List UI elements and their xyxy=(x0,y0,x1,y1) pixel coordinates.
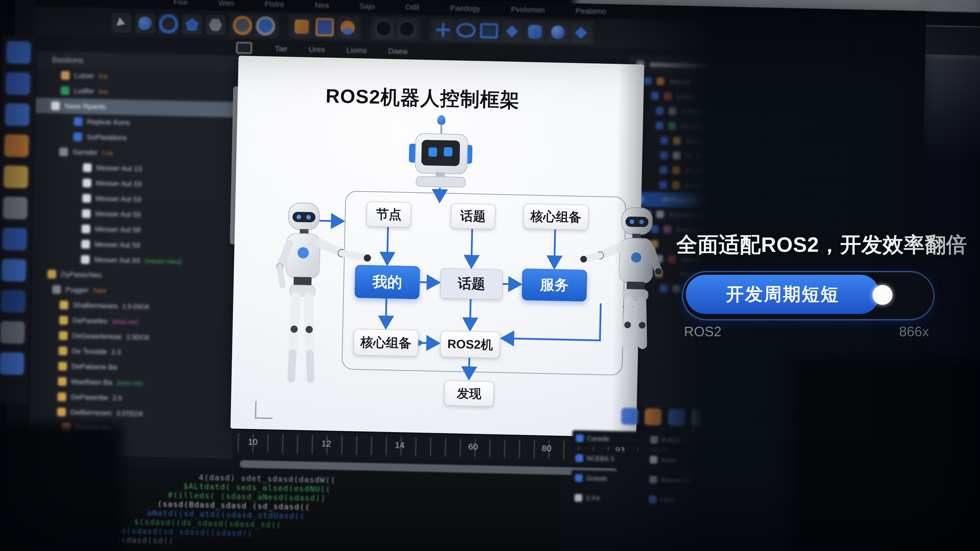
ellipse-tool-icon[interactable] xyxy=(456,20,476,41)
tree-row-value: 2.5 xyxy=(113,394,122,402)
viewport-tab[interactable]: Ures xyxy=(309,45,325,54)
menu-item[interactable]: Wen xyxy=(218,0,234,8)
tree-row-icon xyxy=(61,71,70,80)
toolbar-group-material xyxy=(288,14,361,40)
object-tree-rows: Lutser lna Ludfer lna Nase Rpants xyxy=(28,67,241,454)
tree-row-label: Messer Aut 55 xyxy=(95,210,141,219)
tree-row-label: DePalsene Ba xyxy=(72,362,118,372)
viewport-tab[interactable]: Tae xyxy=(275,44,287,53)
canvas-corner-mark xyxy=(255,401,273,419)
flow-node-mid-2[interactable]: 话题 xyxy=(440,268,503,300)
blue-blob-tool-icon[interactable] xyxy=(135,13,156,33)
tree-row-label: Messer Aut 33 xyxy=(96,179,142,188)
sphere-blue-tool-icon[interactable] xyxy=(548,22,568,43)
material-pie-icon[interactable] xyxy=(337,17,358,38)
strip-tool-icon[interactable] xyxy=(1,290,26,313)
tree-row-icon xyxy=(60,86,69,95)
rounded-tool-icon[interactable] xyxy=(525,22,545,42)
strip-tool-icon[interactable] xyxy=(5,103,30,126)
diamond2-tool-icon[interactable] xyxy=(571,23,591,43)
object-tree-panel: Bastions Lutser lna Ludfer lna xyxy=(28,51,241,459)
gray-hexagon-tool-icon[interactable] xyxy=(205,14,226,35)
tree-row-value: (ess/.ne) xyxy=(112,318,138,326)
render-gray-ring-icon[interactable] xyxy=(256,16,276,36)
flow-node-top-3[interactable]: 核心组备 xyxy=(523,203,589,230)
toolbar-group-view xyxy=(370,16,421,41)
tree-row-icon xyxy=(59,300,68,310)
flow-node-discovery[interactable]: 发现 xyxy=(444,380,494,407)
strip-tool-icon[interactable] xyxy=(2,227,27,251)
tree-row-icon xyxy=(74,117,83,126)
diamond-tool-icon[interactable] xyxy=(502,21,522,41)
rotate-dark-icon[interactable] xyxy=(374,18,394,39)
tree-row-icon xyxy=(58,377,67,386)
tree-row-icon xyxy=(82,209,91,218)
menu-item[interactable]: Pvolomen xyxy=(511,5,545,14)
tree-row-label: Replvar Kons xyxy=(87,118,130,127)
flow-node-bottom-2[interactable]: ROS2机 xyxy=(440,330,500,359)
progress-pill[interactable]: 开发周期短短 xyxy=(682,271,935,321)
menu-item[interactable]: Odit xyxy=(405,3,420,12)
flow-node-mid-3[interactable]: 服务 xyxy=(522,268,587,302)
tree-row-icon xyxy=(52,285,61,294)
viewport-tab[interactable]: Daew xyxy=(388,47,408,56)
progress-knob[interactable] xyxy=(873,285,892,305)
strip-tool-icon[interactable] xyxy=(0,352,24,375)
tree-row-icon xyxy=(81,224,90,233)
monitor-tool-icon[interactable] xyxy=(479,21,499,41)
tree-row-icon xyxy=(59,346,67,355)
timeline-label: 60 xyxy=(468,441,478,452)
tree-row-value: lna xyxy=(99,72,107,80)
tree-row-label: Messer Aut 53 xyxy=(95,194,142,203)
menu-item[interactable]: Peatamo xyxy=(576,6,606,16)
tree-row-value: (meas/.meu) xyxy=(145,257,182,265)
strip-tool-icon[interactable] xyxy=(1,259,26,282)
viewport-tabs: TaeUresLiomsDaew xyxy=(275,44,408,56)
strip-tool-icon[interactable] xyxy=(0,321,25,344)
strip-tool-icon[interactable] xyxy=(5,72,30,95)
tree-row-icon xyxy=(51,101,60,110)
cell-icon xyxy=(575,454,583,462)
timeline-label: 80 xyxy=(542,443,552,454)
progress-pill-fill: 开发周期短短 xyxy=(686,275,880,314)
viewport-tab[interactable]: Lioms xyxy=(346,46,367,55)
render-orange-ring-icon[interactable] xyxy=(232,15,253,36)
tree-row-label: Ludfer xyxy=(74,87,94,95)
tree-row-label: Messer Aut 93 xyxy=(94,256,140,265)
tree-row-icon xyxy=(83,179,91,187)
cursor-tool-icon[interactable] xyxy=(111,13,132,33)
tree-row-icon xyxy=(48,270,56,279)
tree-row-label: Messer Aut 13 xyxy=(96,164,142,173)
blue-ring-tool-icon[interactable] xyxy=(159,14,179,34)
marketing-headline: 全面适配ROS2，开发效率翻倍 xyxy=(676,231,972,259)
axis-tool-icon[interactable] xyxy=(433,20,453,40)
menu-item[interactable]: Pistre xyxy=(265,0,284,9)
tree-row-label: DePasenbe xyxy=(71,393,108,402)
timeline-label: 14 xyxy=(395,440,405,450)
toolbar-group-render xyxy=(229,13,279,38)
blue-pentagon-tool-icon[interactable] xyxy=(182,14,202,35)
material-orange-square-icon[interactable] xyxy=(291,17,312,37)
script-console[interactable]: 4(dasd) sdet_sdasd(dasdW(($ALtdatd( seds… xyxy=(90,465,561,551)
strip-tool-icon[interactable] xyxy=(4,134,29,157)
tree-row-icon xyxy=(59,331,68,340)
strip-tool-icon[interactable] xyxy=(3,165,28,188)
menu-item[interactable]: Sajo xyxy=(360,2,375,11)
flow-node-top-2[interactable]: 话题 xyxy=(450,203,495,230)
strip-tool-icon[interactable] xyxy=(6,41,31,64)
orbit-dark-icon[interactable] xyxy=(396,19,417,39)
progress-footer-left: ROS2 xyxy=(684,324,721,339)
tree-row-value: 1.5-DICK xyxy=(122,302,150,311)
menu-item[interactable]: Fise xyxy=(173,0,188,6)
tree-row-icon xyxy=(57,408,66,416)
tree-row-label: Lutser xyxy=(74,71,94,80)
tree-row-icon xyxy=(58,362,67,371)
tree-row-value: lna xyxy=(99,87,108,96)
viewport-window-icon[interactable] xyxy=(236,42,252,54)
strip-tool-icon[interactable] xyxy=(3,197,28,219)
menu-item[interactable]: Nea xyxy=(315,1,329,10)
material-framed-square-icon[interactable] xyxy=(314,17,335,38)
progress-footer-right: 866x xyxy=(899,324,929,339)
tree-row-icon xyxy=(81,240,90,249)
menu-item[interactable]: Paedogy xyxy=(450,3,480,13)
